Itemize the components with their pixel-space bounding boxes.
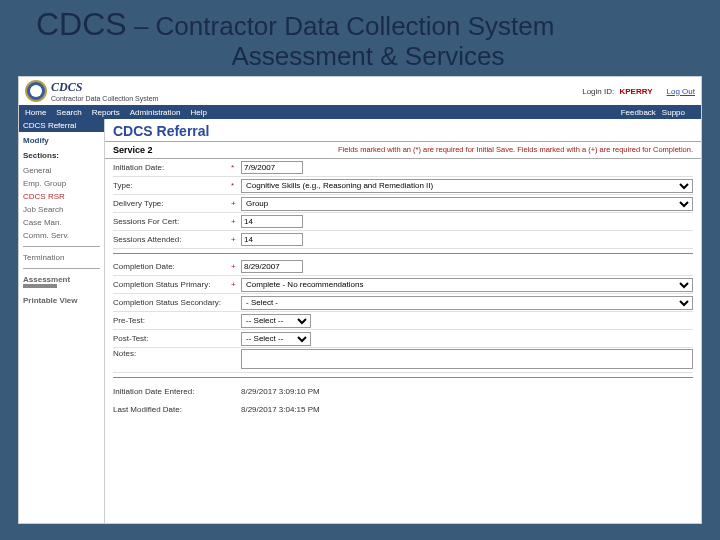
sidebar-sections-label: Sections: — [23, 151, 100, 160]
sidebar-item-empgroup[interactable]: Emp. Group — [23, 177, 100, 190]
slide-title: CDCS – Contractor Data Collection System… — [0, 0, 720, 72]
value-last-modified: 8/29/2017 3:04:15 PM — [241, 405, 320, 414]
select-delivery-type[interactable]: Group — [241, 197, 693, 211]
textarea-notes[interactable] — [241, 349, 693, 369]
label-sessions-attended: Sessions Attended: — [113, 235, 231, 244]
label-sessions-cert: Sessions For Cert: — [113, 217, 231, 226]
row-last-modified: Last Modified Date: 8/29/2017 3:04:15 PM — [113, 400, 693, 418]
input-initiation-date[interactable] — [241, 161, 303, 174]
login-label: Login ID: — [582, 87, 614, 96]
form: Initiation Date: * Type: * Cognitive Ski… — [105, 159, 701, 422]
sidebar-item-jobsearch[interactable]: Job Search — [23, 203, 100, 216]
menu-support[interactable]: Suppo — [662, 108, 685, 117]
app-header: CDCS Contractor Data Collection System L… — [19, 77, 701, 105]
mark-delivery-type: + — [231, 199, 241, 208]
body: CDCS Referral Modify Sections: General E… — [19, 119, 701, 523]
login-user: KPERRY — [619, 87, 652, 96]
brand-acronym: CDCS — [51, 80, 158, 95]
logout-link[interactable]: Log Out — [667, 87, 695, 96]
brand-full: Contractor Data Collection System — [51, 95, 158, 102]
mark-completion-primary: + — [231, 280, 241, 289]
row-notes: Notes: — [113, 348, 693, 373]
row-initiation-date: Initiation Date: * — [113, 159, 693, 177]
title-rest: Contractor Data Collection System — [156, 11, 555, 41]
row-completion-primary: Completion Status Primary: + Complete - … — [113, 276, 693, 294]
label-type: Type: — [113, 181, 231, 190]
sidebar-item-printable[interactable]: Printable View — [23, 294, 100, 307]
login-info: Login ID: KPERRY — [582, 87, 652, 96]
mark-initiation-date: * — [231, 163, 241, 172]
sidebar-item-termination[interactable]: Termination — [23, 251, 100, 264]
input-sessions-attended[interactable] — [241, 233, 303, 246]
label-completion-date: Completion Date: — [113, 262, 231, 271]
title-prefix: CDCS — [36, 6, 127, 42]
menu-search[interactable]: Search — [56, 108, 81, 117]
row-post-test: Post-Test: -- Select -- — [113, 330, 693, 348]
required-note: Fields marked with an (*) are required f… — [161, 142, 701, 158]
service-bar: Service 2 Fields marked with an (*) are … — [105, 142, 701, 159]
title-dash: – — [127, 11, 156, 41]
sidebar-item-cdcsrsr[interactable]: CDCS RSR — [23, 190, 100, 203]
mark-sessions-attended: + — [231, 235, 241, 244]
app-window: CDCS Contractor Data Collection System L… — [18, 76, 702, 524]
main: CDCS Referral Service 2 Fields marked wi… — [105, 119, 701, 523]
menu-feedback[interactable]: Feedback — [621, 108, 656, 117]
input-sessions-cert[interactable] — [241, 215, 303, 228]
label-initiation-date: Initiation Date: — [113, 163, 231, 172]
select-completion-primary[interactable]: Complete - No recommendations — [241, 278, 693, 292]
main-title: CDCS Referral — [105, 119, 701, 142]
sidebar-item-general[interactable]: General — [23, 164, 100, 177]
input-completion-date[interactable] — [241, 260, 303, 273]
value-initiation-entered: 8/29/2017 3:09:10 PM — [241, 387, 320, 396]
row-initiation-entered: Initiation Date Entered: 8/29/2017 3:09:… — [113, 382, 693, 400]
row-pre-test: Pre-Test: -- Select -- — [113, 312, 693, 330]
select-pre-test[interactable]: -- Select -- — [241, 314, 311, 328]
sidebar-item-commserv[interactable]: Comm. Serv. — [23, 229, 100, 242]
label-initiation-entered: Initiation Date Entered: — [113, 387, 231, 396]
label-last-modified: Last Modified Date: — [113, 405, 231, 414]
mark-sessions-cert: + — [231, 217, 241, 226]
label-completion-secondary: Completion Status Secondary: — [113, 298, 231, 307]
select-completion-secondary[interactable]: - Select - — [241, 296, 693, 310]
brand: CDCS Contractor Data Collection System — [51, 80, 158, 102]
slide-subtitle: Assessment & Services — [36, 41, 700, 72]
sidebar-header: CDCS Referral — [19, 119, 104, 132]
sidebar-item-caseman[interactable]: Case Man. — [23, 216, 100, 229]
service-label: Service 2 — [105, 142, 161, 158]
menu-help[interactable]: Help — [190, 108, 206, 117]
label-completion-primary: Completion Status Primary: — [113, 280, 231, 289]
label-post-test: Post-Test: — [113, 334, 231, 343]
mark-completion-date: + — [231, 262, 241, 271]
row-delivery-type: Delivery Type: + Group — [113, 195, 693, 213]
menubar: Home Search Reports Administration Help … — [19, 105, 701, 119]
menu-home[interactable]: Home — [25, 108, 46, 117]
row-completion-secondary: Completion Status Secondary: - Select - — [113, 294, 693, 312]
seal-icon — [25, 80, 47, 102]
row-completion-date: Completion Date: + — [113, 258, 693, 276]
sidebar-modify[interactable]: Modify — [23, 136, 100, 145]
label-delivery-type: Delivery Type: — [113, 199, 231, 208]
sidebar-scroll-indicator — [23, 284, 57, 288]
sidebar: CDCS Referral Modify Sections: General E… — [19, 119, 105, 523]
menu-admin[interactable]: Administration — [130, 108, 181, 117]
menu-reports[interactable]: Reports — [92, 108, 120, 117]
row-sessions-attended: Sessions Attended: + — [113, 231, 693, 249]
select-post-test[interactable]: -- Select -- — [241, 332, 311, 346]
select-type[interactable]: Cognitive Skills (e.g., Reasoning and Re… — [241, 179, 693, 193]
row-sessions-cert: Sessions For Cert: + — [113, 213, 693, 231]
label-pre-test: Pre-Test: — [113, 316, 231, 325]
mark-type: * — [231, 181, 241, 190]
label-notes: Notes: — [113, 349, 231, 358]
row-type: Type: * Cognitive Skills (e.g., Reasonin… — [113, 177, 693, 195]
